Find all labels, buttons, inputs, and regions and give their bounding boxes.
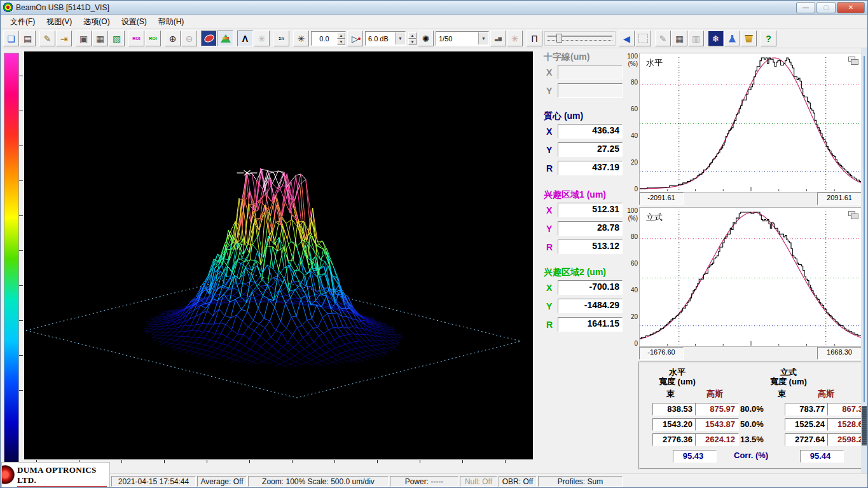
- bucket-button[interactable]: [741, 30, 757, 46]
- print-icon: ▤: [24, 34, 32, 43]
- vertical-profile-xmin: -1676.60: [639, 347, 684, 360]
- roi2-y-label: Y: [546, 301, 558, 311]
- db-combo[interactable]: 6.0 dB▼: [365, 31, 406, 46]
- menu-item-1[interactable]: 视图(V): [41, 15, 78, 29]
- trigger-button[interactable]: ▷: [347, 30, 363, 46]
- roi1-button[interactable]: ROI: [128, 30, 144, 46]
- vertical-profile-xmax: 1668.30: [817, 347, 862, 360]
- roi2-row-x: X-700.18: [546, 280, 628, 295]
- vertical-profile-title: 立式: [646, 212, 663, 223]
- values-panel: 十字線(um)XY質心 (um)X436.34Y27.25R437.19兴趣区域…: [540, 51, 628, 336]
- zoom-in-icon: ⊕: [169, 34, 177, 43]
- beam-width-v-13.5%: 2727.64: [785, 433, 829, 446]
- report-button: ▥: [688, 30, 704, 46]
- setup-icon: ✎: [659, 34, 667, 43]
- company-logo: DUMA OPTRONICS LTD. Innovative Optronics…: [1, 462, 110, 488]
- menu-item-2[interactable]: 选项(O): [78, 15, 115, 29]
- beamview-axis-tick: [505, 460, 506, 463]
- clip-level-80.0%: 80.0%: [740, 404, 764, 414]
- gain-spin[interactable]: 0.0▲▼: [311, 31, 346, 46]
- corr-v: 95.44: [800, 450, 844, 463]
- app-icon: [3, 3, 13, 12]
- status-zoom-scale: Zoom: 100% Scale: 500.0 um/div: [248, 476, 389, 487]
- vertical-profile-plot[interactable]: 立式: [639, 207, 863, 347]
- corr-h: 95.43: [673, 450, 717, 463]
- grid-icon: ▦: [675, 34, 684, 43]
- freeze-button[interactable]: ❄: [708, 30, 724, 46]
- centroid-x-label: X: [546, 126, 558, 137]
- vertical-profile-cascade-icon[interactable]: [848, 211, 858, 219]
- profile-slider-thumb[interactable]: [556, 34, 562, 43]
- horizontal-profile-ytick: 20: [623, 159, 638, 166]
- image-play-icon: ▧: [113, 34, 121, 43]
- beam-cross-button: ✳: [254, 30, 270, 46]
- width-table: 水平 寬度 (um)立式 寬度 (um)束高斯束高斯838.53875.9780…: [638, 362, 865, 470]
- grid-button[interactable]: ▦: [672, 30, 687, 46]
- crosshair-x-field[interactable]: [558, 65, 623, 79]
- clip-level-50.0%: 50.0%: [740, 419, 764, 429]
- exit-button[interactable]: ⇥: [56, 30, 72, 46]
- profile-slider[interactable]: [544, 31, 616, 46]
- sound-button[interactable]: ◀: [619, 30, 635, 46]
- corr-label: Corr. (%): [734, 451, 768, 461]
- beam-width-v-80.0%: 783.77: [785, 403, 829, 416]
- colorbar-tick: [19, 146, 23, 146]
- splitter-grip[interactable]: [862, 406, 867, 445]
- roi2-x-label: X: [546, 283, 558, 293]
- sum-profiles-button[interactable]: Σn: [273, 30, 289, 46]
- roi2-button[interactable]: ROI: [145, 30, 161, 46]
- rate-combo[interactable]: 1/50▼: [436, 31, 489, 46]
- centroid-r-field: 437.19: [558, 161, 623, 175]
- horizontal-profile-ylabel: (%): [623, 60, 638, 67]
- intensity-colorbar: [4, 53, 19, 464]
- roi1-row-y: Y28.78: [546, 221, 628, 236]
- power-star-button[interactable]: ✳: [293, 30, 309, 46]
- film-icon: ▦: [96, 34, 104, 43]
- gaussian-fit-button[interactable]: Λ: [237, 30, 253, 46]
- db-combo-dropdown-icon[interactable]: ▼: [395, 32, 405, 44]
- status-average: Average: Off: [197, 476, 247, 487]
- pulse-button[interactable]: Π: [527, 30, 542, 46]
- image-play-button[interactable]: ▧: [109, 30, 125, 46]
- open-report-button[interactable]: ❏: [3, 30, 19, 46]
- roi2-label: 兴趣区域2 (um): [544, 267, 628, 278]
- fan-button[interactable]: ✺: [418, 30, 434, 46]
- roi2-x-field: -700.18: [558, 280, 623, 295]
- rate-combo-dropdown-icon[interactable]: ▼: [478, 32, 488, 44]
- beam-width-h-80.0%: 838.53: [652, 403, 696, 416]
- horizontal-profile-xmax: 2091.61: [817, 193, 862, 205]
- histogram-button[interactable]: ▃▆: [490, 30, 506, 46]
- menu-item-0[interactable]: 文件(F): [4, 15, 41, 29]
- beamview-axis-tick: [377, 460, 378, 463]
- centroid-row-y: Y27.25: [546, 142, 628, 157]
- print-button[interactable]: ▤: [20, 30, 36, 46]
- flask-button[interactable]: [724, 30, 740, 46]
- horizontal-profile-ytick: 80: [623, 79, 638, 86]
- horizontal-profile-plot[interactable]: 水平: [639, 53, 863, 193]
- menu-item-4[interactable]: 帮助(H): [153, 15, 190, 29]
- gain-spin-value[interactable]: 0.0: [312, 35, 337, 43]
- camera-button[interactable]: ▣: [76, 30, 92, 46]
- ellipse-mode-button[interactable]: [201, 30, 217, 46]
- centroid-row-r: R437.19: [546, 161, 628, 175]
- horizontal-profile-ytick: 60: [623, 105, 638, 112]
- color-3d-button[interactable]: [217, 30, 233, 46]
- crosshair-y-field[interactable]: [558, 83, 623, 98]
- film-button[interactable]: ▦: [92, 30, 108, 46]
- properties-button[interactable]: ✎: [39, 30, 55, 46]
- db-updown[interactable]: ▲▼: [408, 32, 417, 45]
- roi2-r-field: 1641.15: [558, 317, 623, 332]
- gauss-width-h-50.0%: 1543.87: [695, 418, 739, 431]
- minimize-button[interactable]: —: [796, 2, 815, 13]
- help-button[interactable]: ?: [761, 30, 776, 46]
- exit-icon: ⇥: [60, 34, 68, 43]
- beamview-axis-tick: [121, 460, 122, 463]
- horizontal-profile-cascade-icon[interactable]: [848, 57, 858, 65]
- status-null: Null: Off: [460, 476, 497, 487]
- close-button[interactable]: ✕: [837, 2, 865, 13]
- beam-3d-view[interactable]: [24, 51, 533, 459]
- panel-splitter[interactable]: [861, 48, 868, 473]
- zoom-in-button[interactable]: ⊕: [165, 30, 181, 46]
- gain-spin-arrows[interactable]: ▲▼: [337, 32, 345, 45]
- menu-item-3[interactable]: 设置(S): [116, 15, 153, 29]
